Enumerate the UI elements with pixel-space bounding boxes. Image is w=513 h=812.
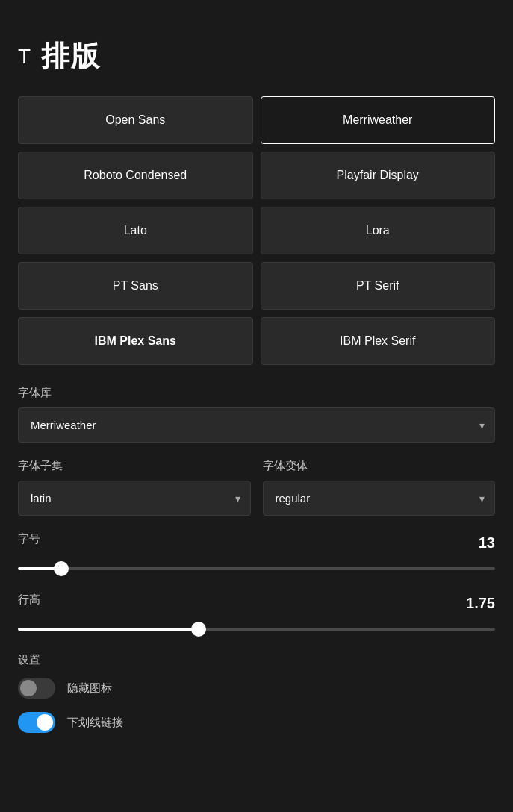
font-button-lato[interactable]: Lato <box>18 207 253 254</box>
font-size-slider-container <box>18 561 495 576</box>
font-button-open-sans[interactable]: Open Sans <box>18 96 253 144</box>
line-height-slider-container <box>18 622 495 637</box>
font-subset-variant-row: 字体子集 latinlatin-extcyrillicgreek ▾ 字体变体 … <box>18 459 495 516</box>
font-library-select[interactable]: Open SansMerriweatherRoboto CondensedPla… <box>18 407 495 443</box>
font-button-lora[interactable]: Lora <box>261 207 496 254</box>
font-button-pt-serif[interactable]: PT Serif <box>261 262 496 310</box>
font-size-header: 字号 13 <box>18 532 495 554</box>
settings-section: 设置 隐藏图标 下划线链接 <box>18 653 495 733</box>
font-size-slider[interactable] <box>18 567 495 570</box>
font-size-section: 字号 13 <box>18 532 495 576</box>
underline-links-label: 下划线链接 <box>67 716 123 730</box>
underline-links-item: 下划线链接 <box>18 712 495 733</box>
font-library-label: 字体库 <box>18 386 495 400</box>
underline-links-toggle[interactable] <box>18 712 55 733</box>
font-grid: Open SansMerriweatherRoboto CondensedPla… <box>18 96 495 365</box>
font-variant-label: 字体变体 <box>263 459 496 473</box>
font-button-merriweather[interactable]: Merriweather <box>261 96 496 144</box>
font-library-wrapper: Open SansMerriweatherRoboto CondensedPla… <box>18 407 495 443</box>
font-variant-wrapper: regularitalicboldbold italic ▾ <box>263 481 496 516</box>
font-subset-wrapper: latinlatin-extcyrillicgreek ▾ <box>18 481 251 516</box>
hide-icons-label: 隐藏图标 <box>67 681 112 696</box>
line-height-section: 行高 1.75 <box>18 593 495 637</box>
line-height-value: 1.75 <box>466 595 495 612</box>
line-height-header: 行高 1.75 <box>18 593 495 614</box>
font-button-roboto-condensed[interactable]: Roboto Condensed <box>18 152 253 199</box>
underline-links-slider <box>18 712 55 733</box>
line-height-slider[interactable] <box>18 628 495 631</box>
page-title: 排版 <box>41 37 101 75</box>
font-variant-col: 字体变体 regularitalicboldbold italic ▾ <box>263 459 496 516</box>
font-button-pt-sans[interactable]: PT Sans <box>18 262 253 310</box>
font-library-section: 字体库 Open SansMerriweatherRoboto Condense… <box>18 386 495 443</box>
font-variant-select[interactable]: regularitalicboldbold italic <box>263 481 496 516</box>
font-subset-label: 字体子集 <box>18 459 251 473</box>
hide-icons-toggle[interactable] <box>18 678 55 699</box>
hide-icons-item: 隐藏图标 <box>18 678 495 699</box>
settings-label: 设置 <box>18 653 495 667</box>
font-button-ibm-plex-serif[interactable]: IBM Plex Serif <box>261 317 496 365</box>
line-height-label: 行高 <box>18 593 40 607</box>
font-button-playfair-display[interactable]: Playfair Display <box>261 152 496 199</box>
font-subset-select[interactable]: latinlatin-extcyrillicgreek <box>18 481 251 516</box>
page-header: T 排版 <box>18 15 495 75</box>
font-button-ibm-plex-sans[interactable]: IBM Plex Sans <box>18 317 253 365</box>
font-size-label: 字号 <box>18 532 40 546</box>
typography-icon: T <box>18 45 31 69</box>
font-size-value: 13 <box>479 534 495 552</box>
font-subset-col: 字体子集 latinlatin-extcyrillicgreek ▾ <box>18 459 251 516</box>
hide-icons-slider <box>18 678 55 699</box>
